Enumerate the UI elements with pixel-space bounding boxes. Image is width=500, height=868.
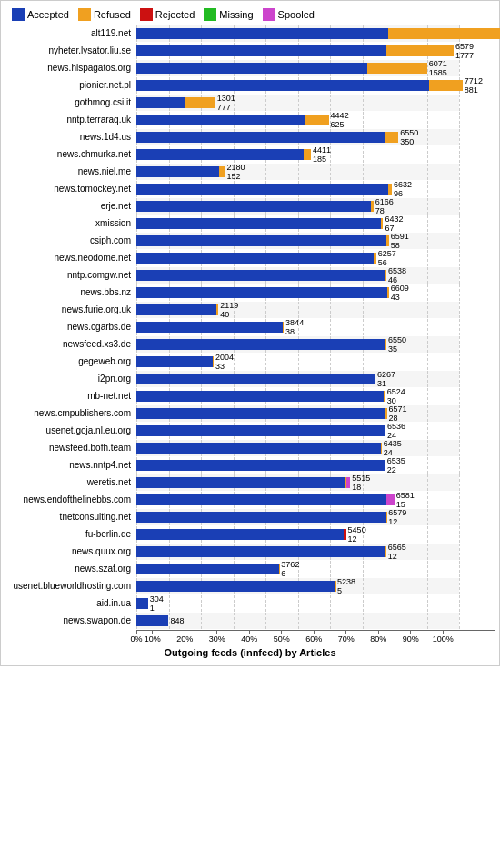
row-label: nyheter.lysator.liu.se — [5, 43, 135, 59]
bar-segment-accepted — [136, 218, 381, 229]
bar-wrap: 4411185 — [136, 146, 331, 163]
row-label: news.endofthelinebbs.com — [5, 492, 135, 508]
bar-values: 384438 — [285, 318, 304, 337]
bar-segment-accepted — [136, 80, 429, 91]
bar-segment-accepted — [136, 28, 388, 39]
axis-tick: 70% — [330, 631, 363, 644]
row-label: gothmog.csi.it — [5, 95, 135, 111]
bar-segment-refused — [429, 80, 463, 91]
row-label: news.cmpublishers.com — [5, 405, 135, 422]
axis-tick: 30% — [201, 631, 234, 644]
bar-wrap: 4442625 — [136, 112, 349, 128]
bar-values: 652430 — [387, 387, 405, 406]
row-label: newsfeed.xs3.de — [5, 336, 135, 353]
bar-segment-accepted — [136, 391, 384, 402]
chart-row: nyheter.lysator.liu.se65791777 — [136, 43, 459, 59]
bar-values: 657912 — [388, 508, 406, 527]
row-label: news.cgarbs.de — [5, 319, 135, 335]
bar-wrap: 653522 — [136, 457, 405, 474]
bar-segment-refused — [387, 287, 389, 298]
bar-segment-refused — [371, 201, 374, 212]
bar-segment-accepted — [136, 356, 213, 367]
bar-wrap: 643267 — [136, 215, 403, 232]
bars — [136, 529, 346, 540]
bar-segment-refused — [385, 270, 386, 281]
bar-segment-rejected — [344, 529, 346, 540]
row-label: news.furie.org.uk — [5, 302, 135, 318]
bar-segment-accepted — [136, 374, 375, 384]
bars — [136, 374, 375, 384]
chart-row: mb-net.net652430 — [136, 388, 459, 404]
chart-row: news.chmurka.net4411185 — [136, 146, 459, 163]
chart-row: weretis.net551518 — [136, 474, 459, 491]
axis-tick: 90% — [395, 631, 427, 644]
bar-values: 658115 — [396, 491, 415, 510]
bars — [136, 460, 385, 471]
bar-segment-accepted — [136, 425, 385, 436]
bar-wrap: 652430 — [136, 388, 405, 404]
bar-values: 659158 — [391, 232, 409, 251]
bar-segment-refused — [374, 253, 375, 264]
chart-row: news.bbs.nz660943 — [136, 284, 459, 301]
bar-wrap: 211940 — [136, 302, 238, 318]
row-label: aid.in.ua — [5, 595, 135, 612]
bar-segment-refused — [367, 63, 427, 74]
chart-row: xmission643267 — [136, 215, 459, 232]
legend-label: Rejected — [155, 9, 195, 20]
bar-segment-accepted — [136, 494, 386, 505]
bar-segment-accepted — [136, 477, 345, 488]
bar-segment-refused — [385, 132, 399, 143]
axis-tick: 100% — [427, 631, 460, 644]
bar-wrap: 384438 — [136, 319, 304, 335]
bar-wrap: 626731 — [136, 371, 395, 387]
bar-wrap: 657128 — [136, 405, 407, 422]
legend-item-spooled: Spooled — [263, 8, 315, 21]
bar-values: 65791777 — [455, 42, 474, 61]
row-label: news.szaf.org — [5, 561, 135, 577]
bar-segment-accepted — [136, 253, 374, 264]
bars — [136, 287, 389, 298]
legend-label: Accepted — [27, 9, 69, 20]
bar-values: 657128 — [389, 404, 407, 424]
legend-item-missing: Missing — [204, 8, 253, 21]
bars — [136, 322, 284, 333]
bar-segment-refused — [385, 546, 386, 557]
bar-segment-refused — [386, 235, 388, 246]
legend-label: Missing — [219, 9, 253, 20]
chart-row: news.1d4.us6550350 — [136, 129, 459, 145]
bars — [136, 477, 350, 488]
row-label: pionier.net.pl — [5, 77, 135, 94]
bar-wrap: 643524 — [136, 440, 402, 456]
bar-values: 545012 — [348, 525, 366, 544]
legend-label: Spooled — [278, 9, 315, 20]
bars — [136, 184, 392, 195]
legend-item-refused: Refused — [78, 8, 131, 21]
row-label: csiph.com — [5, 233, 135, 249]
row-label: news.tomockey.net — [5, 181, 135, 197]
bar-segment-refused — [384, 391, 385, 402]
bar-segment-accepted — [136, 339, 385, 350]
legend-label: Refused — [94, 9, 131, 20]
row-label: news.niel.me — [5, 164, 135, 180]
chart-row: news.nntp4.net653522 — [136, 457, 459, 474]
bar-values: 616678 — [375, 197, 394, 216]
row-label: newsfeed.bofh.team — [5, 440, 135, 456]
bar-segment-refused — [385, 425, 385, 436]
bar-segment-refused — [385, 339, 386, 350]
legend-color — [140, 8, 153, 21]
chart-row: nntp.comgw.net653846 — [136, 267, 459, 284]
bar-wrap: 66234925 — [136, 25, 500, 42]
bar-wrap: 616678 — [136, 198, 394, 215]
bar-values: 653624 — [387, 422, 405, 441]
bar-values: 200433 — [215, 353, 234, 372]
bar-segment-accepted — [136, 166, 219, 177]
bars — [136, 166, 225, 177]
bar-segment-accepted — [136, 512, 386, 523]
legend-item-accepted: Accepted — [12, 8, 69, 21]
bar-segment-accepted — [136, 529, 344, 540]
legend-color — [204, 8, 216, 21]
bar-values: 7712881 — [465, 76, 483, 95]
bars — [136, 581, 335, 592]
axis-tick: 40% — [234, 631, 266, 644]
bar-wrap: 200433 — [136, 354, 234, 370]
